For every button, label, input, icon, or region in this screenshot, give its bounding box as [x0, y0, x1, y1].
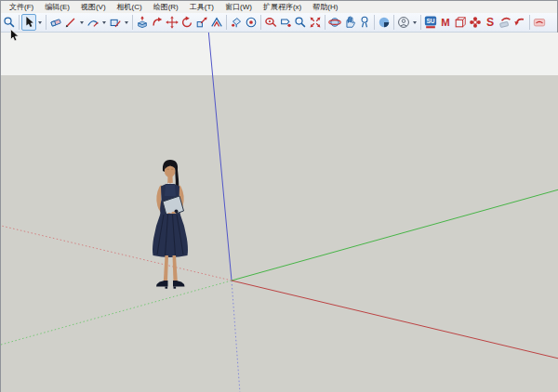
- line-tool-button[interactable]: [63, 14, 78, 31]
- viewport-ground: [1, 75, 558, 392]
- plugin-swoosh-icon: [498, 15, 512, 30]
- select-tool-button[interactable]: [21, 14, 36, 31]
- select-arrow-icon: [22, 15, 35, 30]
- person-view-icon: [397, 15, 410, 30]
- plugin-card-icon: [533, 15, 546, 30]
- menu-item-view[interactable]: 视图(V): [75, 1, 112, 13]
- chevron-down-icon: [80, 21, 84, 24]
- menu-item-edit[interactable]: 编辑(E): [39, 1, 75, 13]
- scale-figure-woman: [139, 157, 204, 292]
- toolbar-separator: [19, 15, 20, 30]
- rectangle-tool-button-dropdown[interactable]: [123, 14, 130, 31]
- plugin-m-button[interactable]: M: [438, 14, 453, 31]
- followme-tool-button[interactable]: [150, 14, 165, 31]
- toolbar-separator: [393, 15, 394, 30]
- offset-tool-button[interactable]: [209, 14, 224, 31]
- pushpull-icon: [136, 15, 149, 30]
- toolbar-separator: [46, 15, 46, 30]
- svg-text:S: S: [486, 16, 494, 29]
- menu-item-window[interactable]: 窗口(W): [219, 1, 258, 13]
- toolbar-separator: [374, 15, 375, 30]
- toolbar: SUMS: [1, 13, 557, 33]
- toolbar-separator: [325, 15, 326, 30]
- toolbar-separator: [260, 15, 261, 30]
- modeling-viewport[interactable]: [1, 33, 558, 392]
- eraser-icon: [49, 15, 62, 30]
- menu-bar: 文件(F)编辑(E)视图(V)相机(C)绘图(R)工具(T)窗口(W)扩展程序(…: [1, 1, 557, 13]
- zoom-tool-button[interactable]: [293, 14, 308, 31]
- svg-text:M: M: [441, 17, 449, 28]
- plugin-s-button[interactable]: S: [483, 14, 498, 31]
- rectangle-tool-button[interactable]: [108, 14, 123, 31]
- move-tool-button[interactable]: [165, 14, 179, 31]
- paint-bucket-button[interactable]: [229, 14, 244, 31]
- chevron-down-icon: [125, 21, 128, 24]
- pan-icon: [343, 15, 356, 30]
- pan-tool-button[interactable]: [342, 14, 357, 31]
- sketchup-window: 文件(F)编辑(E)视图(V)相机(C)绘图(R)工具(T)窗口(W)扩展程序(…: [0, 0, 558, 392]
- toolbar-separator: [420, 15, 421, 30]
- component-button[interactable]: [244, 14, 259, 31]
- plugin-s-icon: S: [484, 15, 497, 30]
- plugin-flower-icon: [469, 15, 482, 30]
- scale-tool-button[interactable]: [194, 14, 209, 31]
- arc-tool-button-dropdown[interactable]: [100, 14, 108, 31]
- component-icon: [245, 15, 258, 30]
- menu-item-draw[interactable]: 绘图(R): [148, 1, 184, 13]
- plugin-box-icon: [454, 15, 467, 30]
- label-icon: [279, 15, 292, 30]
- zoom-extents-icon: [309, 15, 322, 30]
- viewport-sky: [1, 33, 558, 75]
- chevron-down-icon: [413, 21, 417, 24]
- suapp-button[interactable]: SU: [423, 14, 438, 31]
- followme-icon: [151, 15, 164, 30]
- plugin-box-button[interactable]: [453, 14, 468, 31]
- menu-item-file[interactable]: 文件(F): [4, 1, 39, 13]
- walk-tool-button[interactable]: [357, 14, 372, 31]
- plugin-m-icon: M: [439, 15, 452, 30]
- chevron-down-icon: [38, 21, 42, 24]
- scale-icon: [195, 15, 208, 30]
- offset-icon: [210, 15, 223, 30]
- position-camera-button[interactable]: [377, 14, 392, 31]
- chevron-down-icon: [102, 21, 106, 24]
- menu-item-help[interactable]: 帮助(H): [307, 1, 343, 13]
- magnifier-tool-button[interactable]: [2, 14, 17, 31]
- walk-icon: [358, 15, 371, 30]
- plugin-card-button[interactable]: [532, 14, 547, 31]
- menu-item-tools[interactable]: 工具(T): [184, 1, 219, 13]
- toolbar-separator: [226, 15, 227, 30]
- orbit-icon: [328, 15, 341, 30]
- zoom-extents-button[interactable]: [308, 14, 323, 31]
- pushpull-tool-button[interactable]: [135, 14, 150, 31]
- orbit-tool-button[interactable]: [327, 14, 342, 31]
- toolbar-separator: [529, 15, 530, 30]
- pencil-line-icon: [64, 15, 77, 30]
- sphere-dark-icon: [378, 15, 391, 30]
- arc-tool-button[interactable]: [86, 14, 100, 31]
- rotate-tool-button[interactable]: [179, 14, 194, 31]
- plugin-sweep-button[interactable]: [498, 14, 512, 31]
- svg-text:SU: SU: [426, 18, 434, 24]
- menu-item-camera[interactable]: 相机(C): [112, 1, 148, 13]
- face-camera-button[interactable]: [396, 14, 411, 31]
- select-tool-button-dropdown[interactable]: [36, 14, 44, 31]
- plugin-undo-button[interactable]: [512, 14, 527, 31]
- plugin-undo-icon: [513, 15, 526, 30]
- menu-item-extensions[interactable]: 扩展程序(x): [258, 1, 307, 13]
- rectangle-icon: [109, 15, 122, 30]
- plugin-flower-button[interactable]: [468, 14, 483, 31]
- scale-figure[interactable]: [139, 157, 204, 292]
- eraser-tool-button[interactable]: [48, 14, 63, 31]
- tape-measure-icon: [264, 15, 277, 30]
- paint-bucket-icon: [230, 15, 243, 30]
- face-camera-button-dropdown[interactable]: [411, 14, 418, 31]
- tape-measure-button[interactable]: [263, 14, 278, 31]
- magnifier-icon: [3, 15, 16, 30]
- rotate-icon: [180, 15, 193, 30]
- line-tool-button-dropdown[interactable]: [78, 14, 86, 31]
- move-icon: [166, 15, 179, 30]
- label-tool-button[interactable]: [278, 14, 293, 31]
- arc-icon: [86, 15, 100, 30]
- su-badge-icon: SU: [424, 15, 437, 30]
